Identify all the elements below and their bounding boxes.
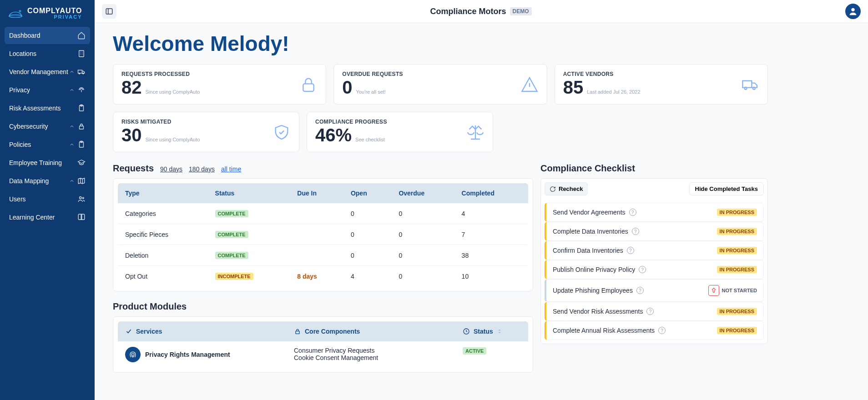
check-icon bbox=[125, 328, 132, 335]
checklist-item[interactable]: Complete Annual Risk Assessments?IN PROG… bbox=[545, 321, 764, 340]
cell-completed: 38 bbox=[454, 245, 528, 266]
sidebar-item-users[interactable]: Users bbox=[5, 190, 90, 208]
help-icon[interactable]: ? bbox=[639, 266, 646, 273]
users-icon bbox=[77, 195, 86, 203]
stat-risks-mitigated: RISKS MITIGATED 30 Since using ComplyAut… bbox=[113, 112, 299, 152]
range-90-days[interactable]: 90 days bbox=[160, 165, 182, 173]
requests-title: Requests bbox=[113, 163, 154, 174]
cell-status: COMPLETE bbox=[208, 224, 290, 245]
stat-overdue-requests: OVERDUE REQUESTS 0 You're all set! bbox=[333, 64, 547, 105]
checklist-item[interactable]: Send Vendor Agreements?IN PROGRESS bbox=[545, 203, 764, 222]
lock-icon bbox=[299, 75, 318, 94]
nav-label: Cybersecurity bbox=[9, 123, 48, 130]
col-core-components[interactable]: Core Components bbox=[287, 321, 455, 341]
module-service-name: Privacy Rights Management bbox=[145, 351, 230, 358]
col-due[interactable]: Due In bbox=[290, 183, 343, 203]
brand-sub: PRIVACY bbox=[27, 15, 82, 20]
stat-sub: You're all set! bbox=[356, 89, 386, 95]
checklist-item[interactable]: Confirm Data Inventories?IN PROGRESS bbox=[545, 241, 764, 260]
table-row[interactable]: Deletion COMPLETE 0 0 38 bbox=[118, 245, 528, 266]
recheck-button[interactable]: Recheck bbox=[545, 182, 588, 195]
sidebar-item-risk-assessments[interactable]: Risk Assessments bbox=[5, 100, 90, 117]
requests-table: Type Status Due In Open Overdue Complete… bbox=[118, 183, 528, 286]
toggle-sidebar-button[interactable] bbox=[102, 4, 116, 19]
status-badge: IN PROGRESS bbox=[717, 209, 757, 216]
col-module-status[interactable]: Status bbox=[455, 321, 528, 341]
stat-value: 85 bbox=[563, 77, 584, 98]
help-icon[interactable]: ? bbox=[646, 308, 654, 315]
user-icon bbox=[848, 6, 858, 16]
cell-overdue: 0 bbox=[391, 266, 454, 287]
chevron-up-icon bbox=[69, 69, 75, 75]
broadcast-icon bbox=[77, 86, 86, 94]
cell-status: INCOMPLETE bbox=[208, 266, 290, 287]
checklist-item[interactable]: Update Phishing Employees?NOT STARTED bbox=[545, 279, 764, 302]
sidebar-item-privacy[interactable]: Privacy bbox=[5, 81, 90, 99]
nav-label: Dashboard bbox=[9, 32, 40, 39]
status-badge: NOT STARTED bbox=[722, 288, 757, 293]
sidebar-item-cybersecurity[interactable]: Cybersecurity bbox=[5, 118, 90, 135]
chevron-up-icon bbox=[69, 87, 75, 93]
sidebar-item-locations[interactable]: Locations bbox=[5, 45, 90, 62]
org-name: Compliance Motors bbox=[430, 7, 506, 16]
sidebar-item-data-mapping[interactable]: Data Mapping bbox=[5, 172, 90, 190]
nav-label: Employee Training bbox=[9, 159, 62, 166]
user-avatar-button[interactable] bbox=[845, 4, 861, 19]
cell-completed: 7 bbox=[454, 224, 528, 245]
col-completed[interactable]: Completed bbox=[454, 183, 528, 203]
hide-completed-button[interactable]: Hide Completed Tasks bbox=[689, 182, 764, 195]
svg-point-14 bbox=[851, 8, 854, 11]
chevron-up-icon bbox=[69, 124, 75, 129]
org-name-block: Compliance Motors DEMO bbox=[430, 7, 531, 16]
help-icon[interactable]: ? bbox=[629, 209, 636, 216]
book-icon bbox=[77, 213, 86, 221]
svg-rect-16 bbox=[742, 80, 752, 87]
sidebar-item-policies[interactable]: Policies bbox=[5, 136, 90, 153]
sidebar-item-learning-center[interactable]: Learning Center bbox=[5, 209, 90, 226]
modules-panel: Services Core Components Status bbox=[113, 316, 533, 373]
table-row[interactable]: Specific Pieces COMPLETE 0 0 7 bbox=[118, 224, 528, 245]
cell-type: Specific Pieces bbox=[118, 224, 208, 245]
pin-icon[interactable] bbox=[708, 285, 719, 296]
checklist-label: Complete Data Inventories bbox=[553, 228, 628, 235]
sidebar-item-employee-training[interactable]: Employee Training bbox=[5, 154, 90, 171]
col-services[interactable]: Services bbox=[118, 321, 287, 341]
col-open[interactable]: Open bbox=[343, 183, 391, 203]
clock-icon bbox=[463, 328, 470, 335]
checklist-item[interactable]: Send Vendor Risk Assessments?IN PROGRESS bbox=[545, 302, 764, 321]
nav-label: Locations bbox=[9, 50, 36, 57]
range-180-days[interactable]: 180 days bbox=[189, 165, 215, 173]
lock-icon bbox=[77, 122, 86, 130]
table-row[interactable]: Opt Out INCOMPLETE 8 days 4 0 10 bbox=[118, 266, 528, 287]
nav-list: Dashboard Locations Vendor Management Pr… bbox=[0, 27, 95, 226]
checklist-panel: Recheck Hide Completed Tasks Send Vendor… bbox=[540, 178, 768, 344]
help-icon[interactable]: ? bbox=[658, 327, 666, 334]
sidebar-item-vendor-management[interactable]: Vendor Management bbox=[5, 63, 90, 80]
cell-type: Opt Out bbox=[118, 266, 208, 287]
table-row[interactable]: Categories COMPLETE 0 0 4 bbox=[118, 203, 528, 224]
stat-label: ACTIVE VENDORS bbox=[563, 71, 641, 77]
panel-left-icon bbox=[105, 7, 113, 15]
stat-label: RISKS MITIGATED bbox=[121, 119, 200, 125]
stat-value: 30 bbox=[121, 125, 142, 145]
topbar: Compliance Motors DEMO bbox=[95, 0, 868, 23]
help-icon[interactable]: ? bbox=[627, 247, 634, 254]
col-type[interactable]: Type bbox=[118, 183, 208, 203]
checklist-item[interactable]: Complete Data Inventories?IN PROGRESS bbox=[545, 222, 764, 241]
status-badge: IN PROGRESS bbox=[717, 247, 757, 254]
checklist-label: Confirm Data Inventories bbox=[553, 247, 623, 254]
checklist-title: Compliance Checklist bbox=[540, 163, 768, 174]
help-icon[interactable]: ? bbox=[636, 287, 644, 294]
svg-rect-13 bbox=[106, 9, 112, 14]
sidebar-item-dashboard[interactable]: Dashboard bbox=[5, 27, 90, 44]
checklist-item[interactable]: Publish Online Privacy Policy?IN PROGRES… bbox=[545, 260, 764, 279]
shield-check-icon bbox=[273, 123, 291, 141]
brand-main: COMPLYAUTO bbox=[27, 7, 82, 15]
truck-icon bbox=[77, 68, 86, 76]
col-overdue[interactable]: Overdue bbox=[391, 183, 454, 203]
range-all-time[interactable]: all time bbox=[221, 165, 241, 173]
help-icon[interactable]: ? bbox=[632, 228, 639, 235]
col-status[interactable]: Status bbox=[208, 183, 290, 203]
stat-label: REQUESTS PROCESSED bbox=[121, 71, 200, 77]
svg-rect-3 bbox=[78, 70, 82, 73]
